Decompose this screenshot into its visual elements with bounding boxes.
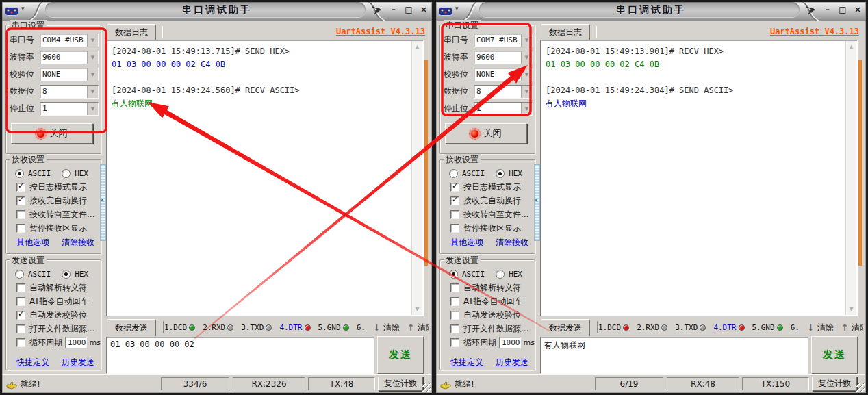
chevron-down-icon[interactable]: ▼ (87, 51, 98, 64)
redirect-to-file-checkbox[interactable]: ✓ (450, 210, 459, 219)
baud-rate-select[interactable]: 9600 ▼ (40, 51, 99, 64)
menu-caret-icon[interactable]: ▾ (455, 5, 459, 12)
reset-count-button[interactable]: 复位计数 (812, 377, 857, 391)
chevron-down-icon[interactable]: ▼ (521, 68, 532, 81)
auto-escape-checkbox[interactable]: ✓ (16, 283, 25, 292)
tab-data-send[interactable]: 数据发送 (541, 319, 590, 336)
panel-splitter[interactable]: ‹ (534, 164, 540, 241)
log-mode-checkbox[interactable]: ✓ (450, 183, 459, 192)
pin-icon[interactable] (806, 5, 816, 18)
maximize-button[interactable]: □ (837, 3, 849, 16)
send-button[interactable]: 发送 (811, 336, 858, 374)
clear-receive-link[interactable]: 清除接收 (62, 237, 94, 249)
quick-define-link[interactable]: 快捷定义 (450, 357, 483, 368)
chevron-down-icon[interactable]: ▼ (521, 51, 532, 64)
tab-data-send[interactable]: 数据发送 (107, 319, 156, 336)
history-send-link[interactable]: 历史发送 (62, 357, 94, 368)
recv-hex-radio[interactable] (496, 169, 505, 178)
auto-newline-checkbox[interactable]: ✓ (16, 196, 25, 205)
auto-checksum-checkbox[interactable]: ✓ (16, 311, 25, 320)
file-data-source-checkbox[interactable]: ✓ (450, 324, 459, 333)
pin-dtr-link[interactable]: 4.DTR (279, 323, 302, 332)
titlebar[interactable]: ▾ 串口调试助手 – □ × (0, 0, 434, 21)
chevron-down-icon[interactable]: ▼ (87, 86, 98, 98)
minimize-button[interactable]: – (387, 3, 400, 16)
reset-count-button[interactable]: 复位计数 (378, 377, 423, 391)
tab-data-log[interactable]: 数据日志 (541, 24, 590, 40)
version-link[interactable]: UartAssist V4.3.13 (770, 27, 859, 36)
cycle-period-checkbox[interactable]: ✓ (450, 338, 459, 347)
clear-send-button[interactable]: ↑清除 (841, 322, 863, 333)
scroll-up-icon[interactable]: ▲ (412, 44, 422, 50)
clear-receive-link[interactable]: 清除接收 (496, 237, 528, 249)
baud-rate-select[interactable]: 9600 ▼ (474, 51, 533, 64)
parity-select[interactable]: NONE ▼ (474, 68, 533, 81)
other-options-link[interactable]: 其他选项 (16, 237, 49, 249)
clear-send-button[interactable]: ↑清除 (407, 322, 429, 333)
cycle-period-input[interactable]: 1000 (499, 337, 521, 348)
stop-bits-select[interactable]: 1 ▼ (474, 102, 533, 116)
log-scrollbar[interactable]: ▲ ▼ (411, 41, 422, 315)
clear-receive-button[interactable]: ↓清除 (807, 322, 834, 333)
pin-dtr-link[interactable]: 4.DTR (713, 323, 736, 332)
chevron-down-icon[interactable]: ▼ (87, 68, 98, 81)
panel-splitter[interactable]: ‹ (100, 164, 106, 241)
quick-define-link[interactable]: 快捷定义 (16, 357, 49, 368)
recv-hex-radio[interactable] (62, 169, 71, 178)
close-port-button[interactable]: 关闭 (11, 123, 93, 144)
recv-ascii-radio[interactable] (15, 169, 24, 178)
data-log-panel[interactable]: [2024-08-01 15:49:13.901]# RECV HEX> 01 … (540, 40, 858, 316)
pin-dtr[interactable]: 4.DTR (713, 323, 744, 332)
scroll-down-icon[interactable]: ▼ (412, 306, 422, 312)
close-icon[interactable]: × (418, 3, 430, 16)
send-hex-radio[interactable] (62, 270, 71, 279)
send-button[interactable]: 发送 (377, 336, 424, 374)
send-hex-radio[interactable] (496, 270, 505, 279)
menu-caret-icon[interactable]: ▾ (21, 5, 25, 12)
tab-data-log[interactable]: 数据日志 (107, 24, 156, 40)
app-icon[interactable] (439, 5, 452, 18)
at-auto-cr-checkbox[interactable]: ✓ (16, 297, 25, 306)
history-send-link[interactable]: 历史发送 (496, 357, 528, 368)
data-bits-select[interactable]: 8 ▼ (40, 85, 99, 99)
cycle-period-input[interactable]: 1000 (65, 337, 87, 348)
at-auto-cr-checkbox[interactable]: ✓ (450, 297, 459, 306)
data-bits-select[interactable]: 8 ▼ (474, 85, 533, 99)
pause-display-checkbox[interactable]: ✓ (16, 224, 25, 233)
auto-escape-checkbox[interactable]: ✓ (450, 283, 459, 292)
app-icon[interactable] (5, 5, 18, 18)
auto-newline-checkbox[interactable]: ✓ (450, 196, 459, 205)
parity-select[interactable]: NONE ▼ (40, 68, 99, 81)
chevron-down-icon[interactable]: ▼ (87, 34, 98, 47)
resize-grip[interactable] (422, 383, 431, 392)
stop-bits-select[interactable]: 1 ▼ (40, 102, 99, 116)
pin-icon[interactable] (372, 5, 382, 18)
minimize-button[interactable]: – (821, 3, 834, 16)
maximize-button[interactable]: □ (403, 3, 415, 16)
chevron-down-icon[interactable]: ▼ (521, 34, 532, 47)
serial-port-select[interactable]: COM4 #USB ▼ (40, 34, 99, 47)
log-mode-checkbox[interactable]: ✓ (16, 183, 25, 192)
pin-dtr[interactable]: 4.DTR (279, 323, 310, 332)
serial-port-select[interactable]: COM7 #USB ▼ (474, 34, 533, 47)
log-scrollbar[interactable]: ▲ ▼ (845, 41, 856, 315)
chevron-down-icon[interactable]: ▼ (87, 103, 98, 115)
other-options-link[interactable]: 其他选项 (450, 237, 483, 249)
clear-receive-button[interactable]: ↓清除 (373, 322, 400, 333)
chevron-down-icon[interactable]: ▼ (521, 103, 532, 115)
scroll-up-icon[interactable]: ▲ (846, 44, 856, 50)
close-port-button[interactable]: 关闭 (445, 123, 527, 144)
send-data-input[interactable]: 有人物联网 (540, 337, 808, 374)
pause-display-checkbox[interactable]: ✓ (450, 224, 459, 233)
send-ascii-radio[interactable] (449, 270, 458, 279)
send-data-input[interactable]: 01 03 00 00 00 02 (106, 337, 374, 374)
close-icon[interactable]: × (852, 3, 864, 16)
cycle-period-checkbox[interactable]: ✓ (16, 338, 25, 347)
auto-checksum-checkbox[interactable]: ✓ (450, 311, 459, 320)
redirect-to-file-checkbox[interactable]: ✓ (16, 210, 25, 219)
recv-ascii-radio[interactable] (449, 169, 458, 178)
resize-grip[interactable] (856, 383, 865, 392)
file-data-source-checkbox[interactable]: ✓ (16, 324, 25, 333)
chevron-down-icon[interactable]: ▼ (521, 86, 532, 98)
data-log-panel[interactable]: [2024-08-01 15:49:13.715]# SEND HEX> 01 … (106, 40, 424, 316)
